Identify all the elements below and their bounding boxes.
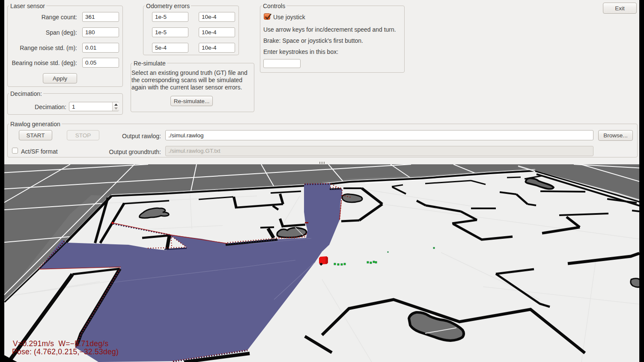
- svg-text:Pose: (4.762,0.215,−32.53deg): Pose: (4.762,0.215,−32.53deg): [12, 347, 119, 356]
- svg-text:V=0.291m/s W=−5.71deg/s: V=0.291m/s W=−5.71deg/s: [13, 339, 108, 348]
